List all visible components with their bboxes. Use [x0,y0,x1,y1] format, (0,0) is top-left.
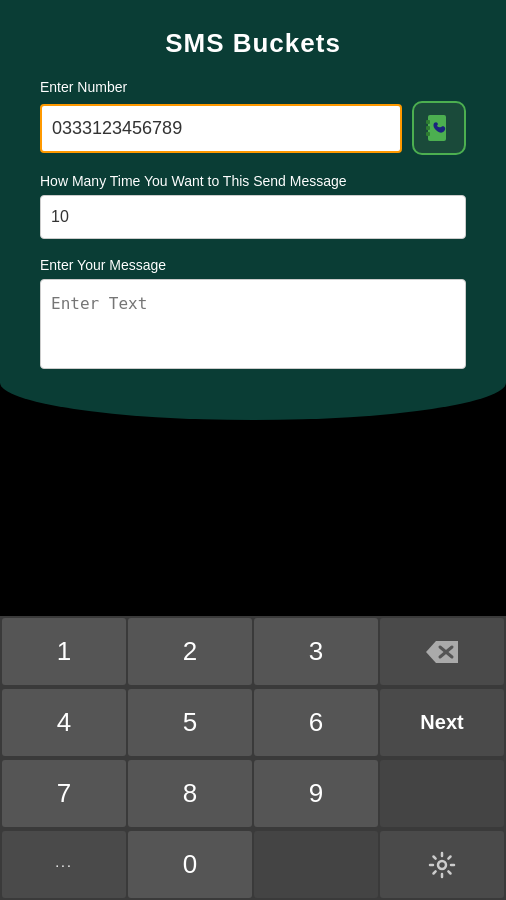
key-row-3: 7 8 9 [0,758,506,829]
svg-marker-4 [426,641,458,663]
app-title: SMS Buckets [0,0,506,79]
key-7[interactable]: 7 [2,760,126,827]
settings-button[interactable] [380,831,504,898]
numeric-keyboard: 1 2 3 4 5 6 Next 7 8 9 ··· 0 [0,616,506,900]
number-label: Enter Number [40,79,466,95]
key-1[interactable]: 1 [2,618,126,685]
key-2[interactable]: 2 [128,618,252,685]
svg-line-13 [448,871,450,873]
message-label: Enter Your Message [40,257,466,273]
content-area: Enter Number How Many Time You Want to T… [0,79,506,373]
key-4[interactable]: 4 [2,689,126,756]
contacts-button[interactable] [412,101,466,155]
svg-rect-2 [426,126,430,130]
count-label: How Many Time You Want to This Send Mess… [40,173,466,189]
key-empty-2 [254,831,378,898]
svg-line-15 [434,871,436,873]
phone-book-icon [424,113,454,143]
key-row-2: 4 5 6 Next [0,687,506,758]
number-input[interactable] [40,104,402,153]
key-row-1: 1 2 3 [0,616,506,687]
key-empty-1 [380,760,504,827]
key-8[interactable]: 8 [128,760,252,827]
svg-point-7 [438,861,446,869]
key-9[interactable]: 9 [254,760,378,827]
key-6[interactable]: 6 [254,689,378,756]
settings-icon [428,851,456,879]
key-3[interactable]: 3 [254,618,378,685]
key-row-4: ··· 0 [0,829,506,900]
svg-rect-1 [426,120,430,124]
backspace-icon [426,641,458,663]
svg-rect-3 [426,132,430,136]
backspace-button[interactable] [380,618,504,685]
svg-line-12 [434,856,436,858]
number-input-row [40,101,466,155]
message-input[interactable] [40,279,466,369]
count-input[interactable] [40,195,466,239]
svg-line-14 [448,856,450,858]
key-0[interactable]: 0 [128,831,252,898]
key-5[interactable]: 5 [128,689,252,756]
key-dots[interactable]: ··· [2,831,126,898]
next-button[interactable]: Next [380,689,504,756]
